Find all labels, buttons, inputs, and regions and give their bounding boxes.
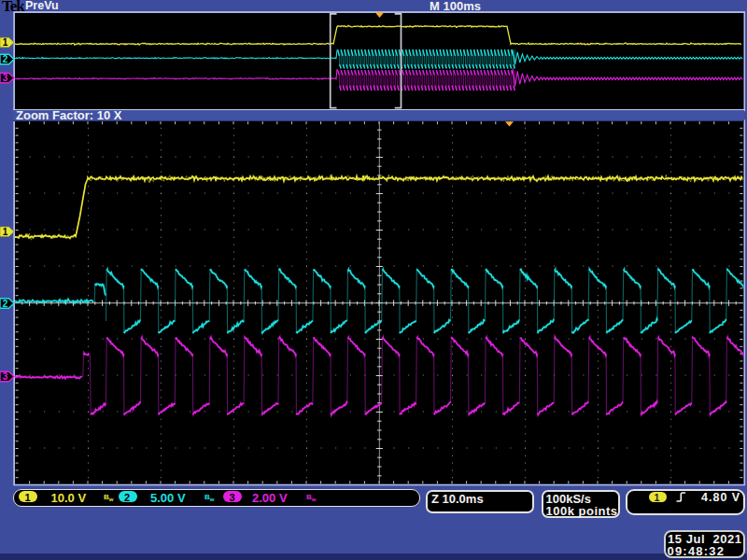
svg-text:1: 1 xyxy=(3,227,8,237)
svg-text:2: 2 xyxy=(3,299,8,309)
svg-text:3: 3 xyxy=(3,73,8,83)
svg-text:3: 3 xyxy=(3,371,8,382)
svg-text:1: 1 xyxy=(3,37,8,48)
svg-text:2: 2 xyxy=(3,54,8,64)
